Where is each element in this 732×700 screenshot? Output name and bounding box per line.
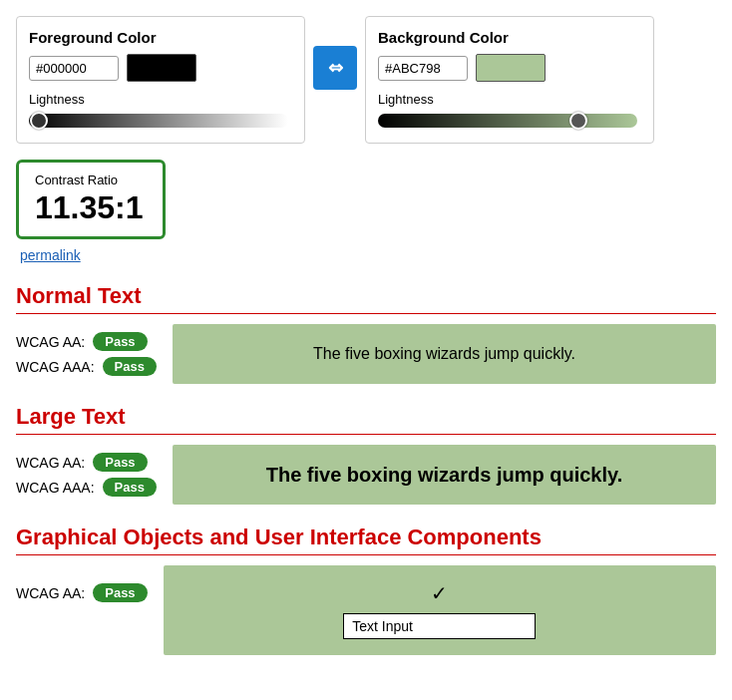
background-title: Background Color (378, 29, 641, 46)
foreground-panel: Foreground Color Lightness (16, 16, 305, 144)
large-text-aa-row: WCAG AA: Pass (16, 453, 157, 472)
contrast-colon: :1 (115, 189, 143, 225)
large-text-header: Large Text (16, 404, 716, 435)
normal-text-aaa-row: WCAG AAA: Pass (16, 357, 157, 376)
contrast-label: Contrast Ratio (35, 173, 147, 187)
background-hex-input[interactable] (378, 56, 468, 81)
background-panel: Background Color Lightness (365, 16, 654, 144)
normal-text-aa-row: WCAG AA: Pass (16, 332, 157, 351)
graphical-section: Graphical Objects and User Interface Com… (16, 525, 716, 655)
background-input-row (378, 54, 641, 82)
graphical-header: Graphical Objects and User Interface Com… (16, 525, 716, 555)
background-swatch (476, 54, 546, 82)
normal-text-section: Normal Text WCAG AA: Pass WCAG AAA: Pass… (16, 283, 716, 384)
normal-text-aaa-badge: Pass (103, 357, 157, 376)
foreground-lightness-label: Lightness (29, 92, 292, 107)
normal-text-header: Normal Text (16, 283, 716, 314)
color-pickers-row: Foreground Color Lightness ⇔ Background … (16, 16, 716, 144)
normal-text-aa-label: WCAG AA: (16, 334, 85, 350)
graphical-wcag-row: WCAG AA: Pass ✓ (16, 565, 716, 655)
large-text-preview-text: The five boxing wizards jump quickly. (266, 464, 622, 487)
swap-button[interactable]: ⇔ (313, 46, 357, 90)
graphical-labels: WCAG AA: Pass (16, 565, 148, 602)
large-text-aaa-label: WCAG AAA: (16, 480, 95, 496)
foreground-slider-track (29, 114, 288, 128)
permalink-link[interactable]: permalink (20, 247, 716, 263)
large-text-labels: WCAG AA: Pass WCAG AAA: Pass (16, 445, 157, 497)
background-slider-track (378, 114, 637, 128)
foreground-input-row (29, 54, 292, 82)
large-text-wcag-row: WCAG AA: Pass WCAG AAA: Pass The five bo… (16, 445, 716, 505)
normal-text-preview: The five boxing wizards jump quickly. (173, 324, 716, 384)
graphical-aa-row: WCAG AA: Pass (16, 583, 148, 602)
large-text-section: Large Text WCAG AA: Pass WCAG AAA: Pass … (16, 404, 716, 505)
swap-icon: ⇔ (328, 57, 343, 79)
normal-text-preview-text: The five boxing wizards jump quickly. (313, 345, 575, 363)
normal-text-aa-badge: Pass (93, 332, 147, 351)
normal-text-aaa-label: WCAG AAA: (16, 359, 95, 375)
foreground-title: Foreground Color (29, 29, 292, 46)
large-text-aaa-badge: Pass (103, 478, 157, 497)
normal-text-wcag-row: WCAG AA: Pass WCAG AAA: Pass The five bo… (16, 324, 716, 384)
text-input-demo[interactable] (343, 613, 536, 639)
background-lightness-label: Lightness (378, 92, 641, 107)
large-text-preview: The five boxing wizards jump quickly. (173, 445, 716, 505)
large-text-aaa-row: WCAG AAA: Pass (16, 478, 157, 497)
checkmark-icon: ✓ (431, 581, 448, 605)
contrast-box: Contrast Ratio 11.35:1 (16, 160, 166, 239)
graphical-aa-label: WCAG AA: (16, 585, 85, 601)
contrast-number: 11.35 (35, 189, 115, 225)
foreground-slider-thumb[interactable] (30, 112, 48, 130)
foreground-swatch (127, 54, 196, 82)
foreground-lightness-slider[interactable] (29, 111, 292, 131)
large-text-aa-label: WCAG AA: (16, 455, 85, 471)
graphical-aa-badge: Pass (93, 583, 147, 602)
background-slider-thumb[interactable] (569, 112, 587, 130)
normal-text-labels: WCAG AA: Pass WCAG AAA: Pass (16, 324, 157, 376)
background-lightness-slider[interactable] (378, 111, 641, 131)
contrast-value: 11.35:1 (35, 189, 147, 226)
large-text-aa-badge: Pass (93, 453, 147, 472)
foreground-hex-input[interactable] (29, 56, 119, 81)
graphical-preview: ✓ (164, 565, 716, 655)
